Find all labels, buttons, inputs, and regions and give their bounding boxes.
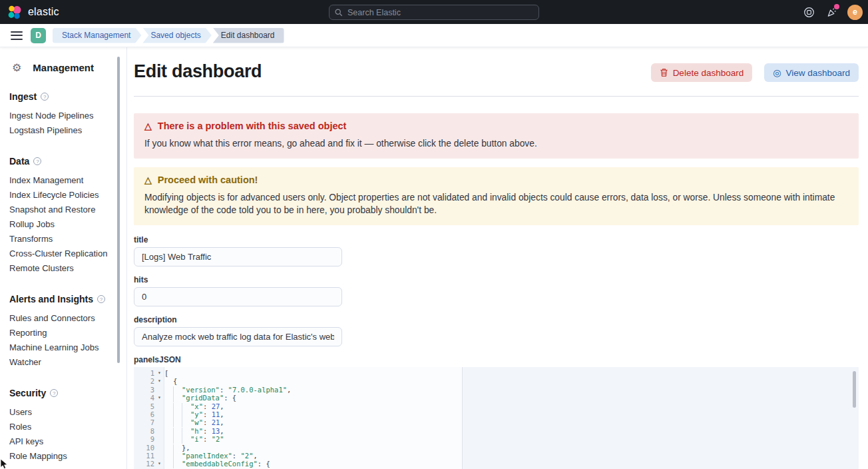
- indent-guide: [182, 436, 190, 444]
- description-label: description: [134, 315, 859, 324]
- title-label: title: [134, 235, 859, 244]
- help-icon[interactable]: ?: [41, 93, 49, 101]
- sidebar-item-snapshot-and-restore[interactable]: Snapshot and Restore: [9, 203, 116, 217]
- line-number: 6: [134, 410, 164, 418]
- indent-guide: [173, 444, 182, 452]
- view-dashboard-button[interactable]: ◎ View dashboard: [764, 63, 859, 82]
- code-line[interactable]: 10},: [134, 444, 859, 452]
- sidebar-item-ingest-node-pipelines[interactable]: Ingest Node Pipelines: [9, 109, 116, 123]
- sidebar-item-roles[interactable]: Roles: [9, 420, 116, 434]
- line-number: 10: [134, 444, 164, 452]
- user-avatar[interactable]: e: [847, 5, 863, 20]
- sidebar-item-api-keys[interactable]: API keys: [9, 434, 116, 449]
- sidebar-item-index-management[interactable]: Index Management: [9, 173, 116, 188]
- sidebar-item-users[interactable]: Users: [9, 405, 116, 420]
- code-line[interactable]: 12▾"embeddableConfig": {: [134, 460, 859, 468]
- sidebar-item-role-mappings[interactable]: Role Mappings: [9, 449, 116, 464]
- breadcrumb-stack-management[interactable]: Stack Management: [53, 28, 141, 43]
- fold-arrow-icon[interactable]: ▾: [154, 377, 164, 385]
- fold-arrow-icon[interactable]: ▾: [154, 460, 164, 468]
- menu-icon[interactable]: [5, 25, 28, 45]
- line-number: 2▾: [134, 377, 164, 385]
- sidebar-item-cross-cluster-replication[interactable]: Cross-Cluster Replication: [9, 246, 116, 261]
- code-line-content: {: [164, 377, 859, 385]
- warning-icon: △︎: [144, 121, 152, 131]
- global-header: elastic: [0, 0, 868, 24]
- code-line[interactable]: 6"y": 11,: [134, 410, 859, 418]
- sidebar-scrollbar[interactable]: [117, 57, 120, 363]
- title-input[interactable]: [134, 247, 342, 266]
- error-callout: △︎ There is a problem with this saved ob…: [134, 113, 859, 159]
- code-line-content: "w": 21,: [164, 418, 859, 426]
- code-line[interactable]: 5"x": 27,: [134, 402, 859, 410]
- hits-input[interactable]: [134, 287, 342, 306]
- indent-guide: [182, 419, 190, 427]
- kibana-app: elastic: [0, 0, 868, 469]
- caution-callout: △︎ Proceed with caution! Modifying objec…: [134, 167, 859, 225]
- help-icon[interactable]: ?: [50, 389, 58, 397]
- sidebar-item-remote-clusters[interactable]: Remote Clusters: [9, 261, 116, 276]
- global-search-input[interactable]: [347, 8, 533, 17]
- indent-guide: [173, 428, 182, 436]
- line-number: 3: [134, 386, 164, 394]
- code-line[interactable]: 9"i": "2": [134, 435, 859, 443]
- sidebar-item-index-lifecycle-policies[interactable]: Index Lifecycle Policies: [9, 188, 116, 203]
- sidebar-item-machine-learning-jobs[interactable]: Machine Learning Jobs: [9, 340, 116, 355]
- sidebar-item-logstash-pipelines[interactable]: Logstash Pipelines: [9, 123, 116, 138]
- help-icon[interactable]: ?: [97, 295, 105, 303]
- code-line-content: "x": 27,: [164, 402, 859, 410]
- code-line[interactable]: 2▾{: [134, 377, 859, 385]
- line-number: 4▾: [134, 394, 164, 402]
- indent-guide: [182, 403, 190, 411]
- fold-arrow-icon[interactable]: ▾: [154, 369, 164, 377]
- sidebar-item-watcher[interactable]: Watcher: [9, 355, 116, 370]
- sidebar-item-transforms[interactable]: Transforms: [9, 232, 116, 246]
- help-icon[interactable]: ?: [33, 157, 41, 165]
- elastic-logo[interactable]: elastic: [8, 5, 59, 19]
- description-field-group: description: [134, 315, 859, 346]
- line-number: 7: [134, 418, 164, 426]
- fold-arrow-icon[interactable]: ▾: [154, 394, 164, 402]
- hits-field-group: hits: [134, 275, 859, 306]
- code-line-content: "panelIndex": "2",: [164, 452, 859, 460]
- sidebar-item-reporting[interactable]: Reporting: [9, 326, 116, 340]
- line-number: 9: [134, 435, 164, 443]
- line-number: 1▾: [134, 369, 164, 377]
- code-line[interactable]: 4▾"gridData": {: [134, 394, 859, 402]
- code-line[interactable]: 3"version": "7.0.0-alpha1",: [134, 386, 859, 394]
- description-input[interactable]: [134, 327, 342, 346]
- code-line[interactable]: 7"w": 21,: [134, 418, 859, 426]
- deployment-icon[interactable]: [802, 5, 815, 19]
- indent-guide: [173, 419, 182, 427]
- indent-guide: [182, 428, 190, 436]
- code-line-content: "h": 13,: [164, 427, 859, 435]
- indent-guide: [173, 386, 182, 394]
- editor-scrollbar[interactable]: [853, 371, 856, 408]
- logo-label: elastic: [28, 6, 59, 18]
- space-badge[interactable]: D: [31, 28, 46, 43]
- sidenav-section-title: Data?: [9, 156, 116, 167]
- line-number: 8: [134, 427, 164, 435]
- code-line[interactable]: 1▾[: [134, 369, 859, 377]
- code-line[interactable]: 8"h": 13,: [134, 427, 859, 435]
- sidenav-section-title: Ingest?: [9, 91, 116, 102]
- code-line[interactable]: 11"panelIndex": "2",: [134, 452, 859, 460]
- page-title: Edit dashboard: [134, 61, 262, 82]
- edit-saved-object-page: Edit dashboard Delete dashboard ◎ View d…: [127, 47, 868, 469]
- sidenav-section-title: Alerts and Insights?: [9, 294, 116, 304]
- newsfeed-icon[interactable]: [825, 5, 838, 19]
- indent-guide: [182, 411, 190, 419]
- line-number: 5: [134, 402, 164, 410]
- delete-dashboard-button[interactable]: Delete dashboard: [651, 63, 753, 82]
- panelsJSON-code-editor[interactable]: 1▾[2▾{3"version": "7.0.0-alpha1",4▾"grid…: [134, 367, 859, 469]
- breadcrumb-saved-objects[interactable]: Saved objects: [142, 28, 211, 43]
- hits-label: hits: [134, 275, 859, 284]
- error-callout-body: If you know what this error means, go ah…: [144, 137, 848, 150]
- inspect-icon: ◎: [773, 68, 781, 77]
- sidebar-item-rollup-jobs[interactable]: Rollup Jobs: [9, 217, 116, 232]
- code-line-content: "i": "2": [164, 435, 859, 443]
- sidebar-item-rules-and-connectors[interactable]: Rules and Connectors: [9, 311, 116, 326]
- breadcrumb: Stack ManagementSaved objectsEdit dashbo…: [53, 28, 286, 43]
- global-search[interactable]: [329, 5, 539, 20]
- indent-guide: [173, 460, 182, 468]
